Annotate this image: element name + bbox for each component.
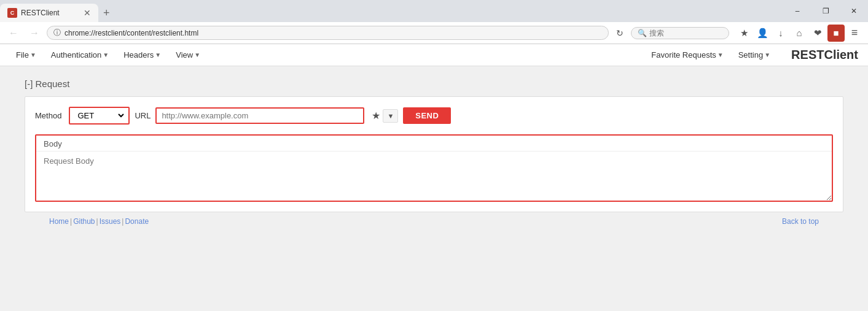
headers-menu-arrow: ▼ [155, 52, 161, 58]
body-section: Body [35, 134, 833, 202]
tab-title: RESTClient [21, 9, 80, 17]
url-input-wrapper [155, 107, 364, 124]
setting-menu-label: Setting [738, 50, 763, 60]
back-button[interactable]: ← [5, 25, 22, 42]
request-section-title: [-] Request [25, 79, 843, 89]
browser-window: C RESTClient ✕ + – ❐ ✕ ← → ⓘ ↻ 🔍 ★ 👤 ↓ ⌂ [0, 0, 868, 311]
tab-favicon: C [7, 8, 17, 18]
tab-bar: C RESTClient ✕ + – ❐ ✕ [0, 0, 868, 22]
maximize-button[interactable]: ❐ [811, 0, 840, 22]
url-input[interactable] [157, 109, 363, 123]
footer: Home | Github | Issues | Donate Back to … [25, 212, 843, 231]
favorite-star-button[interactable]: ★ [369, 109, 383, 123]
heart-icon[interactable]: ❤ [809, 25, 826, 42]
star-dropdown-group: ★ ▼ [369, 109, 398, 123]
forward-button[interactable]: → [26, 25, 43, 42]
search-icon: 🔍 [638, 29, 647, 37]
send-button[interactable]: SEND [403, 107, 451, 124]
address-input[interactable] [65, 29, 602, 37]
info-icon: ⓘ [53, 28, 61, 38]
favorite-requests-arrow: ▼ [717, 52, 724, 58]
view-menu[interactable]: View ▼ [170, 48, 206, 62]
sep1: | [69, 217, 73, 226]
minimize-button[interactable]: – [783, 0, 811, 22]
method-select[interactable]: GET POST PUT DELETE PATCH HEAD OPTIONS [72, 109, 126, 122]
authentication-menu-arrow: ▼ [103, 52, 109, 58]
authentication-menu-label: Authentication [51, 50, 101, 60]
tab-close-button[interactable]: ✕ [84, 9, 91, 17]
view-menu-label: View [176, 50, 193, 60]
new-tab-button[interactable]: + [98, 4, 115, 22]
method-select-wrapper: GET POST PUT DELETE PATCH HEAD OPTIONS [69, 107, 130, 125]
request-row: Method GET POST PUT DELETE PATCH HEAD OP… [35, 107, 833, 125]
setting-menu-arrow: ▼ [764, 52, 770, 58]
setting-menu[interactable]: Setting ▼ [732, 48, 776, 62]
headers-menu-label: Headers [123, 50, 154, 60]
app-menubar: File ▼ Authentication ▼ Headers ▼ View ▼… [0, 44, 868, 66]
home-icon[interactable]: ⌂ [791, 25, 808, 42]
favorite-requests-label: Favorite Requests [651, 50, 716, 60]
body-textarea[interactable] [36, 152, 832, 201]
search-wrap: 🔍 [631, 27, 729, 39]
url-label: URL [135, 111, 151, 120]
url-dropdown-button[interactable]: ▼ [383, 109, 398, 123]
body-label: Body [36, 136, 832, 152]
download-icon[interactable]: ↓ [772, 25, 789, 42]
search-input[interactable] [649, 29, 711, 37]
sep2: | [95, 217, 100, 226]
back-to-top-link[interactable]: Back to top [782, 217, 819, 226]
bookmark-icon[interactable]: ★ [735, 25, 753, 42]
file-menu[interactable]: File ▼ [10, 48, 42, 62]
app-logo: RESTClient [776, 48, 858, 62]
file-menu-arrow: ▼ [30, 52, 36, 58]
favorite-requests-menu[interactable]: Favorite Requests ▼ [645, 48, 729, 62]
file-menu-label: File [16, 50, 29, 60]
issues-link[interactable]: Issues [100, 217, 121, 226]
address-bar: ← → ⓘ ↻ 🔍 ★ 👤 ↓ ⌂ ❤ ■ ≡ [0, 22, 868, 44]
method-label: Method [35, 111, 61, 120]
authentication-menu[interactable]: Authentication ▼ [45, 48, 115, 62]
footer-links: Home | Github | Issues | Donate [49, 217, 149, 226]
restclient-icon[interactable]: ■ [827, 25, 845, 42]
github-link[interactable]: Github [73, 217, 95, 226]
browser-menu-button[interactable]: ≡ [846, 25, 863, 42]
request-section: Method GET POST PUT DELETE PATCH HEAD OP… [25, 96, 843, 212]
headers-menu[interactable]: Headers ▼ [117, 48, 167, 62]
view-menu-arrow: ▼ [194, 52, 200, 58]
account-icon[interactable]: 👤 [754, 25, 771, 42]
address-input-wrap: ⓘ [47, 26, 609, 40]
close-button[interactable]: ✕ [840, 0, 868, 22]
main-content: [-] Request Method GET POST PUT DELETE P… [0, 66, 868, 311]
active-tab[interactable]: C RESTClient ✕ [0, 4, 98, 22]
app-menu-items: File ▼ Authentication ▼ Headers ▼ View ▼… [10, 48, 776, 62]
home-link[interactable]: Home [49, 217, 69, 226]
sep3: | [120, 217, 125, 226]
donate-link[interactable]: Donate [125, 217, 149, 226]
reload-button[interactable]: ↻ [612, 26, 627, 40]
